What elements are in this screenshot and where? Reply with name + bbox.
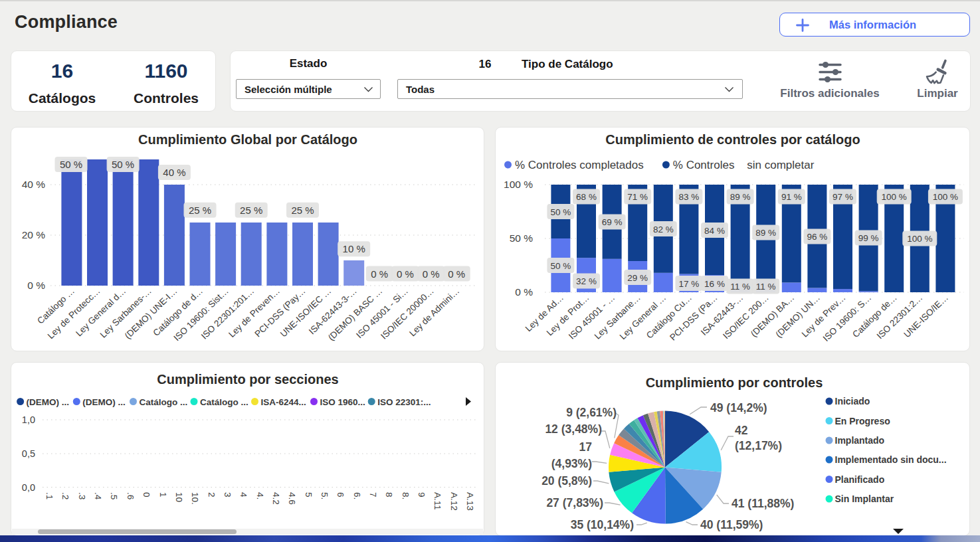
- svg-text:50 %: 50 %: [60, 159, 82, 170]
- svg-text:0: 0: [142, 492, 151, 497]
- svg-text:5: 5: [304, 492, 314, 497]
- svg-text:49 (14,2%): 49 (14,2%): [710, 401, 767, 414]
- svg-text:17 %: 17 %: [679, 279, 700, 289]
- svg-text:4: 4: [239, 492, 248, 497]
- svg-text:83 %: 83 %: [679, 192, 700, 202]
- svg-text:Implementado sin docu...: Implementado sin docu...: [835, 454, 947, 465]
- svg-text:(12,17%): (12,17%): [735, 439, 782, 452]
- svg-text:9 (2,61%): 9 (2,61%): [566, 406, 617, 419]
- svg-text:1: 1: [158, 492, 168, 497]
- svg-text:.3: .3: [77, 492, 87, 499]
- svg-text:(4,93%): (4,93%): [551, 457, 592, 470]
- svg-text:42: 42: [735, 424, 748, 437]
- svg-text:32 %: 32 %: [576, 276, 597, 286]
- svg-text:25 %: 25 %: [189, 205, 211, 216]
- svg-text:11 %: 11 %: [756, 282, 776, 292]
- svg-text:.4: .4: [93, 492, 103, 500]
- svg-text:10 %: 10 %: [343, 243, 365, 254]
- svg-text:25 %: 25 %: [291, 205, 314, 216]
- svg-text:Catálogo ...: Catálogo ...: [200, 397, 248, 407]
- svg-text:100 %: 100 %: [907, 234, 932, 244]
- svg-text:5.: 5.: [320, 492, 330, 499]
- svg-text:8.: 8.: [401, 492, 411, 499]
- svg-text:Cumplimiento por secciones: Cumplimiento por secciones: [157, 372, 338, 387]
- svg-text:50 %: 50 %: [551, 261, 571, 271]
- svg-text:2: 2: [207, 492, 217, 497]
- svg-text:.2: .2: [60, 492, 70, 499]
- svg-text:16 %: 16 %: [704, 279, 725, 289]
- svg-text:4.2: 4.2: [271, 492, 281, 505]
- svg-text:11 %: 11 %: [730, 282, 750, 292]
- svg-text:Sin Implantar: Sin Implantar: [835, 494, 894, 504]
- svg-text:69 %: 69 %: [602, 217, 623, 227]
- svg-text:20 (5,8%): 20 (5,8%): [541, 474, 592, 488]
- svg-text:3: 3: [223, 492, 233, 497]
- svg-text:Iniciado: Iniciado: [835, 396, 870, 406]
- svg-text:17: 17: [579, 440, 592, 454]
- svg-text:Catálogo de…: Catálogo de…: [850, 292, 899, 339]
- svg-text:9: 9: [417, 492, 427, 497]
- svg-text:40 (11,59%): 40 (11,59%): [700, 518, 763, 531]
- svg-text:En Progreso: En Progreso: [835, 416, 890, 426]
- svg-text:89 %: 89 %: [730, 192, 751, 202]
- svg-text:100 %: 100 %: [504, 179, 533, 190]
- svg-text:10: 10: [174, 492, 184, 502]
- svg-text:ISO 1960...: ISO 1960...: [320, 397, 365, 407]
- svg-text:20 %: 20 %: [22, 229, 46, 240]
- svg-text:.1: .1: [45, 492, 54, 499]
- svg-text:100 %: 100 %: [882, 192, 907, 202]
- svg-text:0 %: 0 %: [27, 280, 45, 291]
- svg-text:27 (7,83%): 27 (7,83%): [546, 496, 603, 509]
- svg-text:50 %: 50 %: [510, 232, 534, 244]
- svg-text:12 (3,48%): 12 (3,48%): [545, 422, 602, 436]
- svg-text:6.: 6.: [352, 492, 362, 499]
- svg-text:(DEMO) ...: (DEMO) ...: [27, 397, 70, 407]
- svg-text:% Controles completados: % Controles completados: [515, 159, 644, 171]
- svg-text:96 %: 96 %: [807, 232, 828, 242]
- svg-text:0 %: 0 %: [515, 286, 533, 298]
- svg-text:0,0: 0,0: [22, 482, 35, 493]
- svg-text:Cumplimiento por controles: Cumplimiento por controles: [646, 375, 823, 390]
- svg-text:0 %: 0 %: [371, 268, 388, 280]
- svg-text:0 %: 0 %: [397, 268, 414, 280]
- svg-text:Cumplimiento de controles por: Cumplimiento de controles por catálogo: [605, 132, 860, 147]
- svg-text:7: 7: [368, 492, 378, 497]
- svg-text:41 (11,88%): 41 (11,88%): [732, 497, 794, 510]
- svg-text:97 %: 97 %: [833, 192, 853, 202]
- svg-text:40 %: 40 %: [22, 179, 46, 190]
- svg-text:Catálogo ...: Catálogo ...: [140, 397, 188, 407]
- svg-text:84 %: 84 %: [704, 226, 725, 236]
- svg-text:82 %: 82 %: [653, 225, 674, 234]
- svg-text:1,0: 1,0: [22, 414, 35, 425]
- svg-text:0,5: 0,5: [22, 448, 35, 459]
- svg-text:71 %: 71 %: [627, 192, 648, 202]
- svg-text:ISA-6244...: ISA-6244...: [261, 397, 306, 407]
- svg-text:(DEMO) UN…: (DEMO) UN…: [774, 292, 822, 339]
- svg-text:91 %: 91 %: [781, 192, 802, 202]
- svg-text:10.: 10.: [190, 492, 200, 505]
- svg-text:A.11: A.11: [433, 492, 442, 510]
- svg-text:ISO 22301:2…: ISO 22301:2…: [875, 292, 925, 341]
- svg-text:89 %: 89 %: [755, 228, 776, 238]
- svg-text:4.: 4.: [255, 492, 265, 499]
- svg-text:40 %: 40 %: [163, 167, 185, 178]
- svg-text:A.12: A.12: [449, 492, 459, 511]
- svg-text:Catálogo Cu…: Catálogo Cu…: [644, 292, 694, 340]
- svg-text:4.6: 4.6: [287, 492, 297, 505]
- svg-text:50 %: 50 %: [551, 207, 571, 217]
- svg-text:0 %: 0 %: [448, 268, 465, 280]
- svg-text:Cumplimiento Global por Catálo: Cumplimiento Global por Catálogo: [138, 132, 357, 147]
- svg-text:99 %: 99 %: [858, 233, 879, 243]
- svg-text:29 %: 29 %: [627, 273, 648, 283]
- svg-text:8: 8: [384, 492, 394, 497]
- svg-text:Implantado: Implantado: [835, 435, 885, 446]
- svg-text:.5: .5: [109, 492, 119, 499]
- svg-text:UNE-ISO/IE…: UNE-ISO/IE…: [902, 292, 950, 339]
- svg-text:ISO/IEC 200…: ISO/IEC 200…: [721, 292, 771, 341]
- svg-text:A.13: A.13: [465, 492, 475, 511]
- svg-text:(DEMO) ...: (DEMO) ...: [82, 397, 126, 407]
- svg-text:25 %: 25 %: [240, 205, 262, 216]
- svg-text:100 %: 100 %: [933, 192, 958, 202]
- svg-text:Planificado: Planificado: [835, 474, 885, 485]
- svg-text:% Controles sin completar: % Controles sin completar: [673, 159, 815, 171]
